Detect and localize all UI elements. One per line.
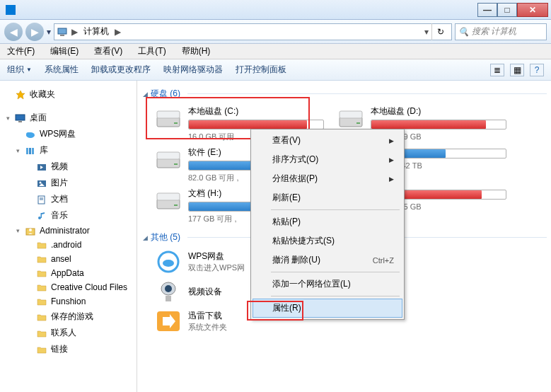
context-menu-item[interactable]: 排序方式(O)▶ — [253, 150, 402, 169]
sidebar-tree[interactable]: 收藏夹▾桌面WPS网盘▾库视频图片文档音乐▾Administrator.andr… — [0, 81, 137, 392]
folder-icon — [36, 254, 47, 264]
xl-icon — [154, 309, 182, 334]
context-label: 粘贴(P) — [272, 216, 301, 228]
address-bar[interactable]: ▶ 计算机 ▶ ▾ ↻ — [54, 23, 452, 40]
tree-label: 联系人 — [51, 327, 76, 339]
svg-point-41 — [163, 260, 174, 267]
tree-item[interactable]: 联系人 — [3, 325, 134, 341]
tool-organize[interactable]: 组织▼ — [7, 64, 32, 76]
menu-tools[interactable]: 工具(T) — [135, 44, 168, 59]
menu-help[interactable]: 帮助(H) — [179, 44, 214, 59]
window-app-icon — [6, 5, 16, 15]
context-menu-item[interactable]: 分组依据(P)▶ — [253, 169, 402, 188]
body-split: 收藏夹▾桌面WPS网盘▾库视频图片文档音乐▾Administrator.andr… — [0, 81, 551, 392]
folder-icon — [36, 268, 47, 278]
menu-file[interactable]: 文件(F) — [4, 44, 37, 59]
tree-item[interactable]: ▾Administrator — [3, 224, 134, 238]
title-left — [0, 5, 477, 15]
pic-icon — [36, 178, 47, 188]
tree-item[interactable]: .android — [3, 238, 134, 252]
group-twisty-icon: ◢ — [143, 91, 148, 98]
help-button[interactable]: ? — [530, 64, 544, 76]
tree-item[interactable]: 保存的游戏 — [3, 309, 134, 325]
tree-item[interactable]: 图片 — [3, 175, 134, 191]
context-menu-item[interactable]: 查看(V)▶ — [253, 131, 402, 150]
svg-point-18 — [38, 217, 41, 219]
tree-item[interactable]: 收藏夹 — [3, 86, 134, 103]
context-menu-item[interactable]: 粘贴(P) — [253, 212, 402, 231]
drive-usage-bar — [188, 120, 324, 129]
folder-icon — [36, 296, 47, 306]
drive-icon — [154, 188, 182, 213]
search-input[interactable]: 🔍 搜索 计算机 — [455, 23, 547, 40]
tree-item[interactable]: AppData — [3, 266, 134, 280]
drive-icon — [154, 105, 182, 131]
maximize-button[interactable]: □ — [497, 3, 517, 17]
tree-label: 视频 — [51, 161, 68, 173]
tree-item[interactable]: WPS网盘 — [3, 126, 134, 142]
svg-rect-36 — [174, 204, 178, 206]
svg-rect-27 — [356, 122, 360, 124]
context-menu-separator — [271, 272, 400, 272]
context-menu-item[interactable]: 添加一个网络位置(L) — [253, 275, 402, 294]
tree-item[interactable]: ansel — [3, 252, 134, 266]
context-menu-item[interactable]: 撤消 删除(U)Ctrl+Z — [253, 250, 402, 270]
tree-item[interactable]: ▾库 — [3, 142, 134, 158]
tree-label: .android — [51, 240, 81, 250]
tree-item[interactable]: ▾桌面 — [3, 110, 134, 126]
breadcrumb-sep[interactable]: ▶ — [71, 27, 78, 37]
nav-back-button[interactable]: ◀ — [4, 23, 23, 41]
tree-label: 文档 — [51, 193, 68, 205]
search-placeholder: 搜索 计算机 — [472, 25, 516, 38]
tree-label: Funshion — [51, 296, 86, 306]
svg-rect-1 — [60, 35, 64, 36]
tree-item[interactable]: 链接 — [3, 341, 134, 357]
tool-control-panel[interactable]: 打开控制面板 — [236, 64, 286, 76]
tool-uninstall[interactable]: 卸载或更改程序 — [91, 64, 151, 76]
toolbar-right: ≣ ▦ ? — [490, 64, 544, 76]
group-header-drives[interactable]: ◢ 硬盘 (6) — [143, 88, 547, 100]
minimize-button[interactable]: — — [477, 3, 497, 17]
submenu-arrow-icon: ▶ — [389, 175, 394, 183]
tree-item[interactable]: 音乐 — [3, 207, 134, 224]
menu-edit[interactable]: 编辑(E) — [47, 44, 81, 59]
svg-rect-7 — [26, 148, 28, 154]
close-button[interactable]: ✕ — [517, 3, 548, 17]
svg-rect-29 — [157, 152, 180, 159]
navbar: ◀ ▶ ▾ ▶ 计算机 ▶ ▾ ↻ 🔍 搜索 计算机 — [0, 20, 551, 44]
view-mode-button[interactable]: ≣ — [490, 64, 504, 76]
svg-rect-0 — [58, 28, 66, 34]
titlebar: — □ ✕ — [0, 0, 551, 20]
tree-item[interactable]: 文档 — [3, 191, 134, 207]
preview-pane-button[interactable]: ▦ — [510, 64, 524, 76]
content-pane[interactable]: ◢ 硬盘 (6) 本地磁盘 (C:)16.0 GB 可用本地磁盘 (D:)用 ,… — [137, 81, 551, 392]
drive-label: 本地磁盘 (C:) — [188, 105, 324, 117]
breadcrumb[interactable]: 计算机 — [81, 25, 112, 38]
tool-map-drive[interactable]: 映射网络驱动器 — [163, 64, 223, 76]
nav-history-dropdown[interactable]: ▾ — [47, 27, 51, 37]
menu-view[interactable]: 查看(V) — [91, 44, 125, 59]
menubar: 文件(F) 编辑(E) 查看(V) 工具(T) 帮助(H) — [0, 44, 551, 59]
window-controls: — □ ✕ — [477, 3, 548, 17]
context-menu-item[interactable]: 属性(R) — [253, 299, 402, 318]
tree-item[interactable]: Creative Cloud Files — [3, 280, 134, 294]
context-label: 查看(V) — [272, 134, 301, 146]
nav-forward-button[interactable]: ▶ — [25, 23, 44, 41]
context-menu-item[interactable]: 粘贴快捷方式(S) — [253, 231, 402, 250]
breadcrumb-sep[interactable]: ▶ — [115, 27, 121, 37]
context-menu-item[interactable]: 刷新(E) — [253, 188, 402, 207]
address-dropdown[interactable]: ▾ — [424, 27, 429, 37]
tree-label: AppData — [51, 268, 84, 278]
svg-point-6 — [26, 132, 30, 137]
svg-rect-35 — [157, 193, 180, 200]
tree-item[interactable]: 视频 — [3, 158, 134, 175]
tree-item[interactable]: Funshion — [3, 294, 134, 309]
refresh-button[interactable]: ↻ — [431, 23, 448, 40]
tree-label: Creative Cloud Files — [51, 282, 127, 292]
drive-icon — [337, 105, 365, 131]
tree-label: ansel — [51, 254, 71, 264]
lib-icon — [25, 146, 36, 156]
tool-system-properties[interactable]: 系统属性 — [45, 64, 79, 76]
video-icon — [36, 162, 47, 172]
computer-icon — [57, 27, 69, 37]
